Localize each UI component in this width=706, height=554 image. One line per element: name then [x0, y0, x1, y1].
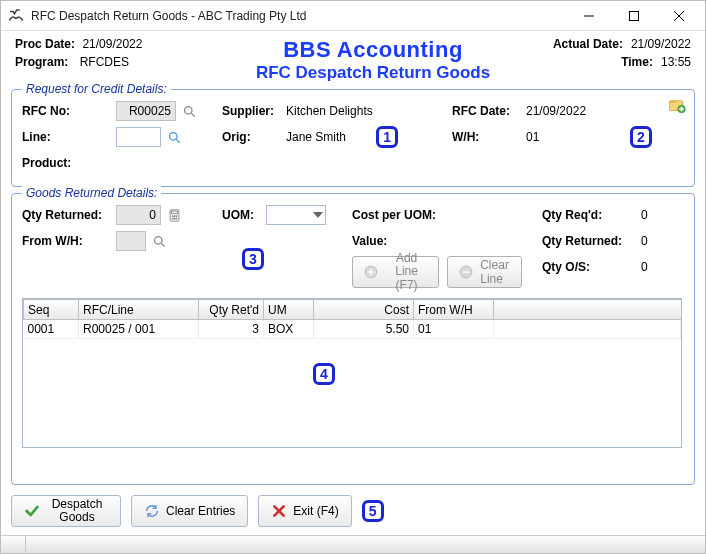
- svg-point-18: [172, 218, 173, 219]
- svg-line-12: [176, 139, 179, 142]
- maximize-button[interactable]: [611, 2, 656, 30]
- svg-point-21: [154, 236, 162, 244]
- orig-value: Jane Smith: [286, 130, 346, 144]
- plus-circle-icon: [363, 264, 379, 280]
- qty-returned-r-label: Qty Returned:: [542, 234, 637, 248]
- col-rfc-line[interactable]: RFC/Line: [79, 300, 199, 320]
- product-label: Product:: [22, 156, 112, 170]
- line-label: Line:: [22, 130, 112, 144]
- qty-os-value: 0: [641, 260, 648, 274]
- svg-line-22: [161, 243, 164, 246]
- rfc-no-input[interactable]: R00025: [116, 101, 176, 121]
- svg-rect-14: [171, 211, 177, 214]
- qty-reqd-value: 0: [641, 208, 648, 222]
- qty-returned-label: Qty Returned:: [22, 208, 112, 222]
- rfc-group-title: Request for Credit Details:: [22, 82, 171, 96]
- proc-date-label: Proc Date:: [15, 37, 75, 51]
- uom-select[interactable]: [266, 205, 326, 225]
- col-um[interactable]: UM: [264, 300, 314, 320]
- cost-per-uom-label: Cost per UOM:: [352, 208, 452, 222]
- window-title: RFC Despatch Return Goods - ABC Trading …: [31, 9, 566, 23]
- cell-qty: 3: [199, 320, 264, 339]
- cell-seq: 0001: [24, 320, 79, 339]
- annotation-2: 2: [630, 126, 652, 148]
- rfc-details-group: Request for Credit Details: RFC No: R000…: [11, 89, 695, 187]
- clear-line-button[interactable]: Clear Line: [447, 256, 522, 288]
- brand-subtitle: RFC Despatch Return Goods: [215, 63, 531, 83]
- rfc-date-value: 21/09/2022: [526, 104, 586, 118]
- table-row[interactable]: 0001 R00025 / 001 3 BOX 5.50 01: [24, 320, 681, 339]
- program-label: Program:: [15, 55, 68, 69]
- cell-rfc-line: R00025 / 001: [79, 320, 199, 339]
- minus-circle-icon: [458, 264, 474, 280]
- annotation-5: 5: [362, 500, 384, 522]
- app-icon: [7, 7, 25, 25]
- program-value: RFCDES: [80, 55, 129, 69]
- titlebar: RFC Despatch Return Goods - ABC Trading …: [1, 1, 705, 31]
- refresh-icon: [144, 503, 160, 519]
- qty-returned-r-value: 0: [641, 234, 648, 248]
- brand-title: BBS Accounting: [215, 37, 531, 63]
- add-line-button[interactable]: Add Line (F7): [352, 256, 439, 288]
- status-bar: [1, 535, 705, 553]
- col-from-wh[interactable]: From W/H: [414, 300, 494, 320]
- from-wh-label: From W/H:: [22, 234, 112, 248]
- rfc-no-lookup-icon[interactable]: [180, 102, 198, 120]
- clear-line-label: Clear Line: [480, 258, 511, 286]
- check-icon: [24, 503, 40, 519]
- annotation-1: 1: [376, 126, 398, 148]
- svg-line-10: [191, 113, 194, 116]
- actual-date-value: 21/09/2022: [631, 37, 691, 51]
- supplier-value: Kitchen Delights: [286, 104, 373, 118]
- svg-rect-5: [670, 101, 678, 103]
- group-action-icon[interactable]: [666, 96, 688, 116]
- qty-reqd-label: Qty Req'd:: [542, 208, 637, 222]
- orig-label: Orig:: [222, 130, 282, 144]
- goods-group-title: Goods Returned Details:: [22, 186, 161, 200]
- cell-um: BOX: [264, 320, 314, 339]
- close-button[interactable]: [656, 2, 701, 30]
- exit-button[interactable]: Exit (F4): [258, 495, 351, 527]
- cell-from-wh: 01: [414, 320, 494, 339]
- svg-point-9: [184, 106, 192, 114]
- col-cost[interactable]: Cost: [314, 300, 414, 320]
- add-line-label: Add Line (F7): [385, 252, 428, 292]
- uom-label: UOM:: [222, 208, 262, 222]
- wh-label: W/H:: [452, 130, 522, 144]
- wh-value: 01: [526, 130, 539, 144]
- minimize-button[interactable]: [566, 2, 611, 30]
- rfc-date-label: RFC Date:: [452, 104, 522, 118]
- actual-date-label: Actual Date:: [553, 37, 623, 51]
- svg-point-19: [173, 218, 174, 219]
- despatch-goods-button[interactable]: Despatch Goods: [11, 495, 121, 527]
- returned-goods-table[interactable]: Seq RFC/Line Qty Ret'd UM Cost From W/H …: [22, 298, 682, 448]
- bottom-bar: Despatch Goods Clear Entries Exit (F4) 5: [1, 489, 705, 535]
- svg-point-16: [173, 215, 174, 216]
- clear-entries-button[interactable]: Clear Entries: [131, 495, 248, 527]
- from-wh-lookup-icon[interactable]: [150, 232, 168, 250]
- supplier-label: Supplier:: [222, 104, 282, 118]
- despatch-goods-label: Despatch Goods: [46, 498, 108, 524]
- col-qty-retd[interactable]: Qty Ret'd: [199, 300, 264, 320]
- exit-label: Exit (F4): [293, 504, 338, 518]
- qty-returned-input[interactable]: 0: [116, 205, 161, 225]
- line-lookup-icon[interactable]: [165, 128, 183, 146]
- svg-point-15: [172, 215, 173, 216]
- svg-point-11: [169, 132, 177, 140]
- qty-os-label: Qty O/S:: [542, 260, 637, 274]
- svg-rect-1: [629, 11, 638, 20]
- time-value: 13:55: [661, 55, 691, 69]
- line-input[interactable]: [116, 127, 161, 147]
- rfc-no-label: RFC No:: [22, 104, 112, 118]
- col-seq[interactable]: Seq: [24, 300, 79, 320]
- x-icon: [271, 503, 287, 519]
- annotation-3: 3: [242, 248, 264, 270]
- svg-point-17: [175, 215, 176, 216]
- goods-returned-group: Goods Returned Details: Qty Returned: 0 …: [11, 193, 695, 485]
- from-wh-input[interactable]: [116, 231, 146, 251]
- calculator-icon[interactable]: [165, 206, 183, 224]
- time-label: Time:: [621, 55, 653, 69]
- svg-point-20: [175, 218, 176, 219]
- proc-date-value: 21/09/2022: [82, 37, 142, 51]
- annotation-4: 4: [313, 363, 335, 385]
